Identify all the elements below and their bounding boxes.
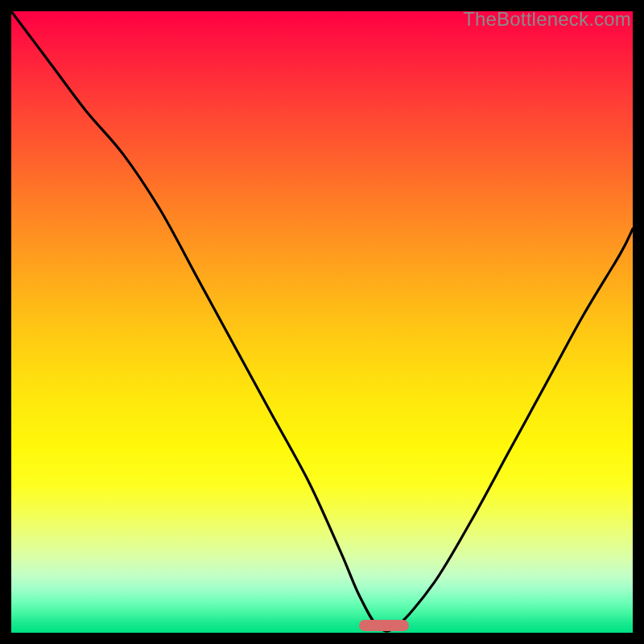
chart-frame: TheBottleneck.com [11,11,633,633]
watermark-text: TheBottleneck.com [463,8,631,31]
optimal-range-marker [359,620,409,631]
bottleneck-curve [11,11,633,633]
plot-area [11,11,633,633]
